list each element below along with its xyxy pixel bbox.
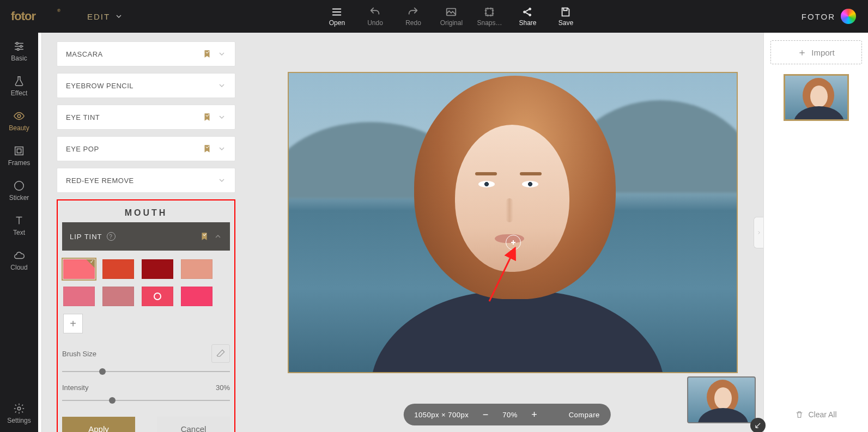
zoom-value: 70%	[502, 411, 518, 419]
rail-basic-label: Basic	[11, 54, 27, 62]
navigator-preview[interactable]	[687, 376, 756, 423]
eraser-button[interactable]	[211, 344, 230, 363]
image-canvas[interactable]	[288, 72, 738, 373]
svg-rect-9	[15, 147, 23, 155]
svg-point-3	[529, 8, 531, 10]
intensity-slider[interactable]	[62, 396, 230, 405]
bookmark-icon	[202, 48, 212, 60]
bookmark-icon	[202, 143, 212, 155]
color-swatch[interactable]	[102, 259, 134, 279]
right-panel: ＋ Import Clear All	[763, 33, 868, 432]
beauty-panel: MASCARA EYEBROW PENCIL EYE TINT EYE POP …	[38, 33, 251, 432]
brush-size-slider[interactable]	[62, 367, 230, 376]
expand-navigator-button[interactable]	[750, 418, 766, 432]
image-icon	[445, 6, 457, 18]
rail-frames[interactable]: Frames	[0, 145, 38, 167]
brush-size-label: Brush Size	[62, 350, 96, 358]
undo-icon	[369, 6, 381, 18]
gear-icon	[13, 403, 25, 415]
edit-menu[interactable]: EDIT	[87, 12, 123, 21]
eraser-icon	[216, 349, 226, 358]
rail-settings[interactable]: Settings	[0, 403, 38, 424]
star-icon	[13, 180, 25, 192]
zoom-in-button[interactable]: +	[527, 407, 542, 422]
open-label: Open	[329, 19, 345, 27]
share-icon	[521, 6, 533, 18]
rail-sticker-label: Sticker	[9, 194, 29, 202]
accordion-red-eye-remove[interactable]: RED-EYE REMOVE	[57, 168, 235, 193]
save-button[interactable]: Save	[553, 6, 579, 27]
rail-effect-label: Effect	[11, 89, 27, 97]
lip-tint-header[interactable]: LIP TINT ?	[62, 222, 230, 251]
rail-text-label: Text	[13, 229, 25, 236]
snapshot-label: Snaps…	[477, 19, 502, 27]
flask-icon	[13, 75, 25, 87]
intensity-value: 30%	[216, 384, 230, 392]
color-swatch[interactable]	[181, 287, 213, 306]
rail-cloud-label: Cloud	[10, 264, 27, 271]
color-swatch[interactable]	[102, 287, 134, 306]
accordion-label: RED-EYE REMOVE	[66, 177, 134, 185]
original-button[interactable]: Original	[438, 6, 464, 27]
color-swatch[interactable]	[181, 259, 213, 279]
compare-button[interactable]: Compare	[569, 411, 600, 419]
svg-point-7	[17, 48, 19, 51]
chevron-down-icon	[217, 176, 226, 185]
zoom-bar: 1050px × 700px − 70% + Compare	[403, 404, 610, 425]
brand-logo[interactable]: fotor®	[11, 9, 54, 23]
accordion-eyebrow-pencil[interactable]: EYEBROW PENCIL	[57, 73, 235, 98]
top-bar: fotor® EDIT Open Undo Redo Original Snap…	[0, 0, 868, 33]
color-swatch[interactable]	[142, 259, 173, 279]
rail-cloud[interactable]: Cloud	[0, 250, 38, 271]
undo-label: Undo	[367, 19, 383, 27]
account-area[interactable]: FOTOR	[802, 9, 856, 24]
share-label: Share	[519, 19, 536, 27]
rail-basic[interactable]: Basic	[0, 40, 38, 62]
apply-button[interactable]: Apply	[62, 417, 135, 432]
redo-label: Redo	[405, 19, 421, 27]
redo-icon	[407, 6, 419, 18]
share-button[interactable]: Share	[514, 6, 541, 27]
trash-icon	[795, 410, 804, 419]
color-wheel-icon	[841, 9, 856, 24]
rail-frames-label: Frames	[8, 159, 31, 167]
clear-all-label: Clear All	[808, 410, 836, 419]
color-swatch[interactable]	[63, 287, 95, 306]
sliders-icon	[13, 40, 25, 52]
zoom-out-button[interactable]: −	[478, 407, 493, 422]
import-button[interactable]: ＋ Import	[770, 40, 862, 64]
chevron-up-icon	[214, 232, 222, 241]
svg-rect-10	[17, 149, 21, 153]
accordion-label: EYE TINT	[66, 113, 100, 121]
chevron-down-icon	[114, 12, 123, 21]
chevron-down-icon	[217, 50, 226, 58]
undo-button[interactable]: Undo	[362, 6, 388, 27]
svg-point-5	[16, 42, 19, 45]
rail-text[interactable]: Text	[0, 215, 38, 236]
rail-sticker[interactable]: Sticker	[0, 180, 38, 202]
color-swatch[interactable]	[63, 259, 95, 279]
hamburger-icon	[331, 6, 343, 18]
color-swatch[interactable]	[142, 287, 173, 306]
intensity-label: Intensity	[62, 384, 88, 392]
add-color-button[interactable]: +	[63, 314, 83, 333]
collapse-right-tab[interactable]	[754, 217, 763, 248]
accordion-mascara[interactable]: MASCARA	[57, 41, 235, 66]
open-button[interactable]: Open	[324, 6, 350, 27]
redo-button[interactable]: Redo	[400, 6, 426, 27]
clear-all-button[interactable]: Clear All	[795, 405, 836, 424]
mouth-section-highlight: MOUTH LIP TINT ? + Brush Size	[57, 199, 235, 432]
cancel-button[interactable]: Cancel	[157, 417, 230, 432]
snapshot-button[interactable]: Snaps…	[476, 6, 502, 27]
accordion-eye-tint[interactable]: EYE TINT	[57, 105, 235, 130]
help-icon[interactable]: ?	[107, 232, 116, 241]
save-label: Save	[559, 19, 573, 27]
image-thumbnail[interactable]	[784, 74, 849, 121]
import-label: Import	[811, 48, 835, 57]
rail-settings-label: Settings	[7, 417, 31, 424]
accordion-eye-pop[interactable]: EYE POP	[57, 136, 235, 161]
rail-beauty[interactable]: Beauty	[0, 110, 38, 132]
svg-point-12	[17, 407, 21, 410]
rail-effect[interactable]: Effect	[0, 75, 38, 97]
left-rail: Basic Effect Beauty Frames Sticker Text …	[0, 33, 38, 432]
